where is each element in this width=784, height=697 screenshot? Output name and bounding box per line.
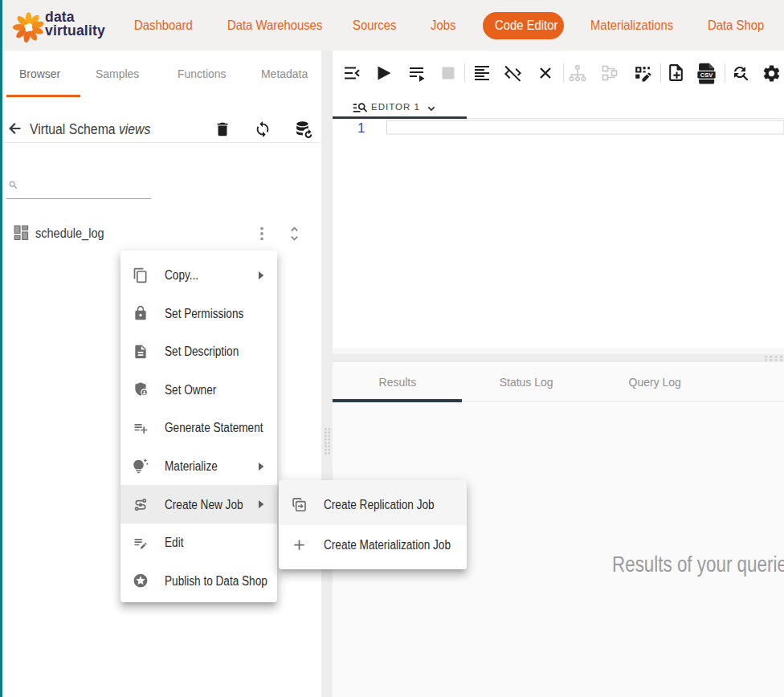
svg-text:CSV: CSV: [700, 71, 713, 79]
